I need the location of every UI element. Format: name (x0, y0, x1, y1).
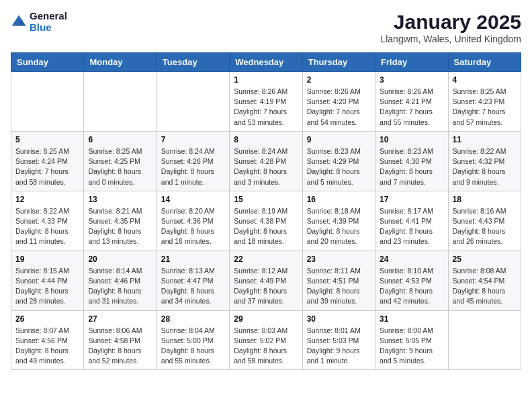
day-number: 16 (307, 195, 371, 204)
calendar-cell: 21Sunrise: 8:13 AM Sunset: 4:47 PM Dayli… (157, 250, 229, 310)
day-info: Sunrise: 8:24 AM Sunset: 4:26 PM Dayligh… (161, 146, 225, 187)
day-number: 15 (234, 195, 298, 204)
weekday-header: Wednesday (230, 53, 302, 72)
weekday-header: Tuesday (157, 53, 229, 72)
day-number: 9 (307, 135, 371, 144)
day-info: Sunrise: 8:00 AM Sunset: 5:05 PM Dayligh… (380, 326, 443, 367)
calendar-cell: 5Sunrise: 8:25 AM Sunset: 4:24 PM Daylig… (11, 131, 84, 191)
calendar-cell: 7Sunrise: 8:24 AM Sunset: 4:26 PM Daylig… (157, 131, 229, 191)
calendar-cell: 22Sunrise: 8:12 AM Sunset: 4:49 PM Dayli… (230, 250, 302, 310)
day-number: 26 (15, 314, 79, 324)
day-info: Sunrise: 8:26 AM Sunset: 4:20 PM Dayligh… (307, 87, 371, 128)
weekday-header: Monday (84, 53, 157, 72)
calendar-week-row: 26Sunrise: 8:07 AM Sunset: 4:56 PM Dayli… (11, 310, 521, 370)
day-number: 21 (161, 255, 225, 264)
calendar-cell: 2Sunrise: 8:26 AM Sunset: 4:20 PM Daylig… (302, 72, 375, 132)
day-number: 6 (88, 135, 152, 144)
logo-general: General (30, 11, 67, 22)
day-info: Sunrise: 8:20 AM Sunset: 4:36 PM Dayligh… (161, 206, 225, 247)
day-number: 19 (15, 255, 79, 264)
calendar-cell: 15Sunrise: 8:19 AM Sunset: 4:38 PM Dayli… (230, 191, 302, 250)
day-number: 13 (88, 195, 152, 204)
day-number: 29 (234, 314, 298, 324)
logo: General Blue (11, 11, 67, 33)
calendar-cell: 16Sunrise: 8:18 AM Sunset: 4:39 PM Dayli… (302, 191, 375, 250)
day-number: 2 (307, 75, 371, 85)
calendar-week-row: 12Sunrise: 8:22 AM Sunset: 4:33 PM Dayli… (11, 191, 521, 250)
day-number: 17 (380, 195, 443, 204)
day-info: Sunrise: 8:21 AM Sunset: 4:35 PM Dayligh… (88, 206, 152, 247)
calendar-cell: 20Sunrise: 8:14 AM Sunset: 4:46 PM Dayli… (84, 250, 157, 310)
calendar-cell (157, 72, 229, 132)
day-info: Sunrise: 8:13 AM Sunset: 4:47 PM Dayligh… (161, 266, 225, 307)
day-info: Sunrise: 8:01 AM Sunset: 5:03 PM Dayligh… (307, 326, 371, 367)
day-number: 1 (234, 75, 298, 85)
calendar-cell (84, 72, 157, 132)
calendar-cell: 10Sunrise: 8:23 AM Sunset: 4:30 PM Dayli… (375, 131, 448, 191)
calendar-cell: 27Sunrise: 8:06 AM Sunset: 4:58 PM Dayli… (84, 310, 157, 370)
calendar-cell: 26Sunrise: 8:07 AM Sunset: 4:56 PM Dayli… (11, 310, 84, 370)
calendar-table: SundayMondayTuesdayWednesdayThursdayFrid… (11, 52, 521, 370)
day-info: Sunrise: 8:24 AM Sunset: 4:28 PM Dayligh… (234, 146, 298, 187)
day-info: Sunrise: 8:11 AM Sunset: 4:51 PM Dayligh… (307, 266, 371, 307)
day-info: Sunrise: 8:19 AM Sunset: 4:38 PM Dayligh… (234, 206, 298, 247)
day-info: Sunrise: 8:17 AM Sunset: 4:41 PM Dayligh… (380, 206, 443, 247)
calendar-cell: 3Sunrise: 8:26 AM Sunset: 4:21 PM Daylig… (375, 72, 448, 132)
day-info: Sunrise: 8:08 AM Sunset: 4:54 PM Dayligh… (453, 266, 517, 307)
calendar-cell: 25Sunrise: 8:08 AM Sunset: 4:54 PM Dayli… (448, 250, 521, 310)
calendar-cell: 23Sunrise: 8:11 AM Sunset: 4:51 PM Dayli… (302, 250, 375, 310)
day-number: 23 (307, 255, 371, 264)
day-info: Sunrise: 8:23 AM Sunset: 4:29 PM Dayligh… (307, 146, 371, 187)
calendar-header-row: SundayMondayTuesdayWednesdayThursdayFrid… (11, 53, 521, 72)
day-number: 24 (380, 255, 443, 264)
calendar-cell: 1Sunrise: 8:26 AM Sunset: 4:19 PM Daylig… (230, 72, 302, 132)
calendar-cell: 4Sunrise: 8:25 AM Sunset: 4:23 PM Daylig… (448, 72, 521, 132)
weekday-header: Friday (375, 53, 448, 72)
day-number: 25 (453, 255, 517, 264)
calendar-cell (448, 310, 521, 370)
day-info: Sunrise: 8:26 AM Sunset: 4:19 PM Dayligh… (234, 87, 298, 128)
day-number: 20 (88, 255, 152, 264)
calendar-cell: 29Sunrise: 8:03 AM Sunset: 5:02 PM Dayli… (230, 310, 302, 370)
day-number: 30 (307, 314, 371, 324)
day-info: Sunrise: 8:23 AM Sunset: 4:30 PM Dayligh… (380, 146, 443, 187)
weekday-header: Saturday (448, 53, 521, 72)
day-info: Sunrise: 8:16 AM Sunset: 4:43 PM Dayligh… (453, 206, 517, 247)
calendar-cell: 30Sunrise: 8:01 AM Sunset: 5:03 PM Dayli… (302, 310, 375, 370)
day-info: Sunrise: 8:07 AM Sunset: 4:56 PM Dayligh… (15, 326, 79, 367)
day-info: Sunrise: 8:26 AM Sunset: 4:21 PM Dayligh… (380, 87, 443, 128)
day-number: 22 (234, 255, 298, 264)
calendar-cell: 19Sunrise: 8:15 AM Sunset: 4:44 PM Dayli… (11, 250, 84, 310)
day-number: 28 (161, 314, 225, 324)
calendar-cell: 8Sunrise: 8:24 AM Sunset: 4:28 PM Daylig… (230, 131, 302, 191)
day-number: 5 (15, 135, 79, 144)
calendar-week-row: 1Sunrise: 8:26 AM Sunset: 4:19 PM Daylig… (11, 72, 521, 132)
day-number: 31 (380, 314, 443, 324)
weekday-header: Sunday (11, 53, 84, 72)
page-header: General Blue January 2025 Llangwm, Wales… (11, 11, 521, 44)
day-number: 7 (161, 135, 225, 144)
day-info: Sunrise: 8:14 AM Sunset: 4:46 PM Dayligh… (88, 266, 152, 307)
calendar-cell: 18Sunrise: 8:16 AM Sunset: 4:43 PM Dayli… (448, 191, 521, 250)
day-info: Sunrise: 8:22 AM Sunset: 4:32 PM Dayligh… (453, 146, 517, 187)
day-number: 18 (453, 195, 517, 204)
calendar-cell: 9Sunrise: 8:23 AM Sunset: 4:29 PM Daylig… (302, 131, 375, 191)
calendar-cell: 14Sunrise: 8:20 AM Sunset: 4:36 PM Dayli… (157, 191, 229, 250)
day-info: Sunrise: 8:22 AM Sunset: 4:33 PM Dayligh… (15, 206, 79, 247)
calendar-week-row: 19Sunrise: 8:15 AM Sunset: 4:44 PM Dayli… (11, 250, 521, 310)
day-info: Sunrise: 8:25 AM Sunset: 4:24 PM Dayligh… (15, 146, 79, 187)
day-info: Sunrise: 8:03 AM Sunset: 5:02 PM Dayligh… (234, 326, 298, 367)
day-number: 10 (380, 135, 443, 144)
calendar-cell: 13Sunrise: 8:21 AM Sunset: 4:35 PM Dayli… (84, 191, 157, 250)
day-number: 3 (380, 75, 443, 85)
calendar-cell: 31Sunrise: 8:00 AM Sunset: 5:05 PM Dayli… (375, 310, 448, 370)
day-info: Sunrise: 8:25 AM Sunset: 4:25 PM Dayligh… (88, 146, 152, 187)
calendar-cell: 12Sunrise: 8:22 AM Sunset: 4:33 PM Dayli… (11, 191, 84, 250)
day-info: Sunrise: 8:18 AM Sunset: 4:39 PM Dayligh… (307, 206, 371, 247)
logo-text: General Blue (30, 11, 67, 33)
month-year: January 2025 (380, 11, 521, 34)
calendar-cell: 24Sunrise: 8:10 AM Sunset: 4:53 PM Dayli… (375, 250, 448, 310)
day-info: Sunrise: 8:12 AM Sunset: 4:49 PM Dayligh… (234, 266, 298, 307)
day-number: 14 (161, 195, 225, 204)
calendar-week-row: 5Sunrise: 8:25 AM Sunset: 4:24 PM Daylig… (11, 131, 521, 191)
